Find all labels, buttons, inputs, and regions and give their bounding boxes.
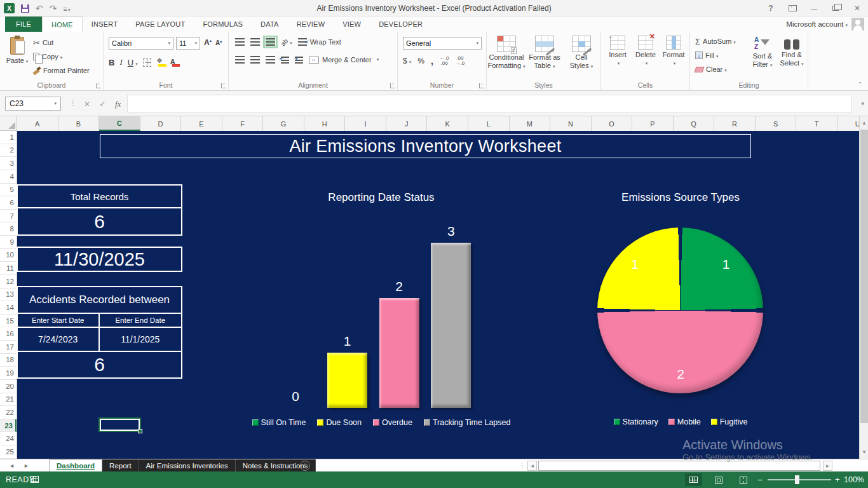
- row-header-3[interactable]: 3: [0, 157, 17, 170]
- row-header-1[interactable]: 1: [0, 131, 17, 144]
- font-size-select[interactable]: 11: [176, 37, 200, 50]
- ribbon-tab-view[interactable]: VIEW: [334, 17, 370, 32]
- paste-button[interactable]: Paste: [4, 36, 31, 81]
- formula-input[interactable]: [127, 95, 851, 112]
- merge-center-button[interactable]: Merge & Center: [309, 56, 379, 64]
- column-header-d[interactable]: D: [140, 116, 182, 131]
- row-header-6[interactable]: 6: [0, 196, 17, 210]
- scroll-right-icon[interactable]: [823, 461, 832, 471]
- column-header-l[interactable]: L: [468, 116, 510, 131]
- align-top-icon[interactable]: [235, 38, 245, 46]
- ribbon-tab-file[interactable]: FILE: [5, 17, 42, 32]
- horizontal-scroll-thumb[interactable]: [538, 461, 820, 471]
- account-area[interactable]: Microsoft account: [786, 17, 864, 32]
- help-icon[interactable]: [763, 2, 779, 15]
- column-header-c[interactable]: C: [99, 116, 140, 131]
- row-header-10[interactable]: 10: [0, 249, 17, 262]
- alignment-dialog-launcher[interactable]: [390, 83, 395, 88]
- column-header-e[interactable]: E: [181, 116, 222, 131]
- ribbon-tab-formulas[interactable]: FORMULAS: [194, 17, 252, 32]
- ribbon-display-icon[interactable]: [789, 5, 797, 11]
- tabbar-splitter[interactable]: [519, 461, 526, 470]
- row-header-11[interactable]: 11: [0, 262, 17, 275]
- minimize-icon[interactable]: [806, 2, 822, 15]
- next-sheet-icon[interactable]: ►: [24, 463, 29, 469]
- row-header-22[interactable]: 22: [0, 406, 17, 419]
- vertical-scroll-thumb[interactable]: [860, 130, 868, 423]
- accounting-format-icon[interactable]: [403, 57, 411, 65]
- zoom-out-icon[interactable]: [757, 475, 763, 485]
- close-icon[interactable]: [849, 2, 865, 15]
- scroll-left-icon[interactable]: [527, 461, 537, 471]
- clipboard-dialog-launcher[interactable]: [96, 83, 101, 88]
- macro-record-icon[interactable]: [31, 476, 39, 483]
- legend-item-mobile[interactable]: Mobile: [668, 417, 701, 426]
- column-header-o[interactable]: O: [592, 116, 633, 131]
- row-header-17[interactable]: 17: [0, 341, 17, 354]
- cancel-entry-icon[interactable]: [84, 98, 90, 109]
- scroll-down-icon[interactable]: [860, 447, 868, 458]
- cell-styles-button[interactable]: Cell Styles: [563, 36, 600, 71]
- font-dialog-launcher[interactable]: [221, 83, 226, 88]
- column-header-t[interactable]: T: [796, 116, 837, 131]
- column-header-g[interactable]: G: [263, 116, 304, 131]
- conditional-formatting-button[interactable]: Conditional Formatting: [488, 36, 525, 71]
- fill-color-icon[interactable]: [156, 58, 165, 67]
- sheet-tab-report[interactable]: Report: [102, 459, 139, 472]
- row-header-14[interactable]: 14: [0, 301, 17, 315]
- row-header-15[interactable]: 15: [0, 315, 17, 328]
- align-middle-icon[interactable]: [250, 38, 260, 46]
- format-painter-button[interactable]: Format Painter: [33, 64, 90, 78]
- start-date-input[interactable]: 7/24/2023: [18, 328, 100, 351]
- page-layout-view-button[interactable]: [710, 473, 727, 486]
- ribbon-tab-insert[interactable]: INSERT: [83, 17, 126, 32]
- row-header-13[interactable]: 13: [0, 288, 17, 302]
- scroll-up-icon[interactable]: [860, 118, 868, 128]
- bold-icon[interactable]: [109, 58, 114, 67]
- align-left-icon[interactable]: [235, 56, 245, 64]
- clear-button[interactable]: Clear: [695, 64, 736, 75]
- number-format-select[interactable]: General: [403, 37, 482, 50]
- fill-button[interactable]: Fill: [695, 50, 736, 61]
- column-header-b[interactable]: B: [58, 116, 100, 131]
- sheet-tab-dashboard[interactable]: Dashboard: [49, 459, 102, 472]
- prev-sheet-icon[interactable]: ◄: [9, 463, 15, 469]
- collapse-ribbon-icon[interactable]: [858, 81, 863, 88]
- column-header-f[interactable]: F: [222, 116, 264, 131]
- increase-decimal-icon[interactable]: ←.0.00: [440, 56, 449, 66]
- insert-cells-button[interactable]: Insert: [604, 36, 632, 66]
- column-header-u[interactable]: U: [837, 116, 859, 131]
- column-header-n[interactable]: N: [550, 116, 592, 131]
- column-header-a[interactable]: A: [17, 116, 58, 131]
- accidents-count-value[interactable]: 6: [17, 351, 182, 379]
- pie-chart[interactable]: Emissions Source Types StationaryMobileF…: [597, 187, 764, 435]
- row-header-18[interactable]: 18: [0, 354, 17, 367]
- comma-style-icon[interactable]: [431, 56, 433, 66]
- bar-overdue[interactable]: [379, 298, 419, 408]
- row-header-12[interactable]: 12: [0, 275, 17, 288]
- legend-item-due-soon[interactable]: Due Soon: [317, 418, 362, 427]
- column-header-k[interactable]: K: [427, 116, 468, 131]
- cut-button[interactable]: Cut: [33, 36, 90, 50]
- row-header-25[interactable]: 25: [0, 445, 17, 459]
- ribbon-tab-home[interactable]: HOME: [42, 17, 83, 32]
- column-header-i[interactable]: I: [345, 116, 386, 131]
- page-break-view-button[interactable]: [735, 473, 752, 486]
- horizontal-scrollbar[interactable]: [527, 461, 832, 471]
- sheet-tab-air-emissions-inventories[interactable]: Air Emissions Inventories: [139, 459, 236, 472]
- zoom-level[interactable]: 100%: [844, 475, 864, 484]
- restore-icon[interactable]: [832, 6, 839, 11]
- orientation-icon[interactable]: [281, 38, 292, 46]
- underline-icon[interactable]: [128, 58, 138, 67]
- format-as-table-button[interactable]: Format as Table: [526, 36, 563, 71]
- vertical-scrollbar[interactable]: [859, 116, 868, 459]
- name-box[interactable]: C23: [5, 97, 61, 111]
- row-header-2[interactable]: 2: [0, 144, 17, 158]
- row-header-5[interactable]: 5: [0, 184, 17, 197]
- insert-function-icon[interactable]: [115, 98, 121, 109]
- borders-icon[interactable]: [143, 58, 151, 67]
- wrap-text-button[interactable]: Wrap Text: [298, 38, 341, 46]
- zoom-slider-thumb[interactable]: [795, 475, 799, 484]
- column-header-h[interactable]: H: [304, 116, 346, 131]
- grow-font-icon[interactable]: A: [204, 38, 212, 47]
